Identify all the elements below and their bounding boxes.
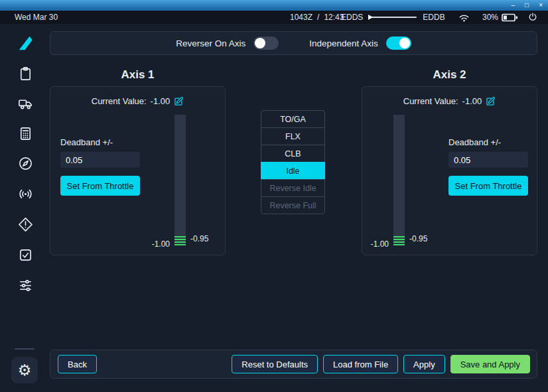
reset-to-defaults-button[interactable]: Reset to Defaults [232,355,318,373]
power-button-icon[interactable] [528,11,537,24]
detent-toga[interactable]: TO/GA [261,110,325,128]
save-and-apply-button[interactable]: Save and Apply [450,355,530,373]
detent-reverse-full[interactable]: Reverse Full [261,196,325,214]
current-value: -1.00 [462,96,482,106]
window-titlebar: – □ × [0,0,548,11]
axis1-title: Axis 1 [50,68,226,82]
sliders-icon [18,278,33,293]
axis1-panel: Current Value: -1.00 Deadband +/- Set Fr… [50,86,226,255]
sidebar-item-checklists[interactable] [17,246,34,263]
efb-window: – □ × Wed Mar 30 1043Z / 12:43 EDDS EDDB [0,0,548,392]
detent-flx[interactable]: FLX [261,127,325,145]
edit-pencil-icon[interactable] [486,96,496,106]
axis2-current-value-row: Current Value: -1.00 [362,96,537,106]
sidebar-item-settings[interactable]: ⚙ [11,357,38,383]
aircraft-marker-icon [368,15,373,20]
sidebar-item-atc[interactable] [17,185,34,202]
independent-axis-group: Independent Axis [309,36,411,50]
calculator-icon [18,126,33,141]
window-minimize-button[interactable]: – [512,2,515,9]
independent-axis-toggle[interactable] [386,36,411,50]
gear-icon: ⚙ [18,363,32,378]
current-value: -1.00 [151,96,171,106]
load-from-file-button[interactable]: Load from File [323,355,398,373]
statusbar: Wed Mar 30 1043Z / 12:43 EDDS EDDB 30% [0,11,548,24]
apply-button[interactable]: Apply [403,355,445,373]
clipboard-icon [18,66,33,82]
window-maximize-button[interactable]: □ [525,2,529,9]
axis-options-bar: Reverser On Axis Independent Axis [50,31,537,55]
deadband-input[interactable] [448,152,528,168]
sidebar-item-dashboard[interactable] [17,65,34,82]
back-button[interactable]: Back [58,355,97,373]
deadband-label: Deadband +/- [60,137,113,147]
battery-icon [502,11,518,24]
deadband-stripes [174,236,186,245]
sidebar-divider [15,348,34,350]
detent-idle[interactable]: Idle [261,162,325,180]
status-time-separator: / [317,13,319,22]
wifi-icon [458,11,470,24]
sidebar-item-performance[interactable] [17,125,34,142]
battery-percent: 30% [482,11,498,24]
flight-route: EDDS EDDB [341,11,445,24]
gauge-deadband-top-label: -0.95 [190,234,208,243]
edit-pencil-icon[interactable] [174,96,184,106]
destination-airport: EDDB [423,13,445,22]
deadband-stripes [393,236,405,245]
sidebar-item-navigation[interactable] [17,155,34,172]
current-value-label: Current Value: [403,96,458,106]
sidebar-item-ground[interactable] [17,95,34,112]
broadcast-icon [18,186,33,202]
independent-axis-label: Independent Axis [309,38,378,48]
status-date: Wed Mar 30 [15,11,58,24]
detent-clb[interactable]: CLB [261,145,325,163]
set-from-throttle-button[interactable]: Set From Throttle [60,176,140,196]
reverser-on-axis-group: Reverser On Axis [176,36,279,50]
flybywire-logo-icon [17,34,34,52]
truck-icon [18,96,33,111]
deadband-label: Deadband +/- [448,137,501,147]
checklist-icon [18,247,33,263]
gauge-min-label: -1.00 [135,239,170,249]
set-from-throttle-button[interactable]: Set From Throttle [448,176,528,196]
current-value-label: Current Value: [92,96,147,106]
status-time: 1043Z / 12:43 [290,11,344,24]
axis1-current-value-row: Current Value: -1.00 [50,96,225,106]
detent-reverse-idle[interactable]: Reverse Idle [261,179,325,197]
deadband-input[interactable] [60,152,140,168]
detent-list: TO/GA FLX CLB Idle Reverse Idle Reverse … [261,110,325,214]
sidebar-item-presets[interactable] [17,277,34,294]
axis2-panel: Current Value: -1.00 -1.00 -0.95 Deadban… [362,86,537,255]
compass-icon [18,156,33,171]
window-close-button[interactable]: × [539,2,543,9]
sidebar-item-logo[interactable] [17,34,34,52]
flight-progress-bar [369,17,417,18]
gauge-deadband-top-label: -0.95 [409,234,427,243]
reverser-on-axis-toggle[interactable] [253,36,279,50]
origin-airport: EDDS [341,13,363,22]
footer-bar: Back Reset to Defaults Load from File Ap… [50,350,537,379]
gauge-min-label: -1.00 [362,239,389,249]
axis2-throttle-gauge [393,115,405,245]
reverser-on-axis-label: Reverser On Axis [176,38,245,48]
sidebar-item-failures[interactable] [17,216,34,233]
axis1-throttle-gauge [174,115,186,245]
axis2-title: Axis 2 [362,68,537,82]
status-time-utc: 1043Z [290,13,312,22]
warning-diamond-icon [18,217,33,232]
